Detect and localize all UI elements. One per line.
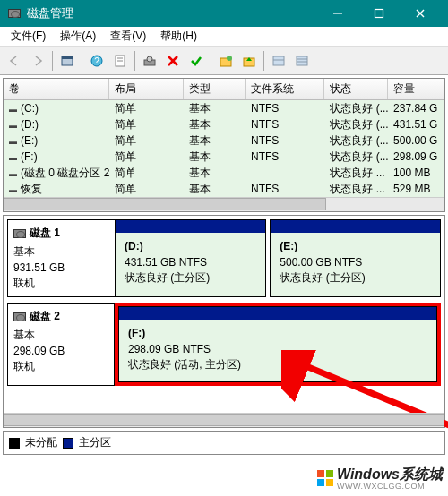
properties-icon[interactable]	[109, 50, 131, 72]
table-row[interactable]: ▬恢复简单基本NTFS状态良好 ...529 MB	[4, 181, 444, 197]
svg-rect-25	[326, 470, 333, 477]
list-view-icon[interactable]	[268, 50, 289, 72]
col-status[interactable]: 状态	[324, 79, 388, 99]
disk-icon	[13, 229, 26, 238]
volume-list: 卷 布局 类型 文件系统 状态 容量 ▬(C:)简单基本NTFS状态良好 (..…	[3, 78, 445, 212]
svg-rect-1	[375, 10, 383, 18]
watermark-url: WWW.WXCLGG.COM	[337, 482, 443, 491]
watermark-text: Windows系统城	[337, 466, 443, 482]
svg-point-16	[227, 56, 232, 61]
title-bar: 磁盘管理	[0, 0, 448, 27]
column-headers: 卷 布局 类型 文件系统 状态 容量	[4, 79, 444, 100]
table-row[interactable]: ▬(F:)简单基本NTFS状态良好 (...298.09 G	[4, 149, 444, 165]
disk-1-state: 联机	[13, 276, 109, 291]
disk-2-size: 298.09 GB	[13, 345, 108, 357]
svg-rect-26	[317, 479, 324, 486]
partition-f-status: 状态良好 (活动, 主分区)	[128, 357, 427, 372]
delete-icon[interactable]	[162, 50, 184, 72]
partition-f-letter: (F:)	[128, 327, 427, 339]
disk-2-basic: 基本	[13, 328, 108, 343]
disk-icon	[13, 312, 26, 321]
folder-new-icon[interactable]	[215, 50, 237, 72]
col-capacity[interactable]: 容量	[388, 79, 444, 99]
svg-rect-5	[62, 56, 73, 59]
settings-icon[interactable]	[139, 50, 160, 72]
col-type[interactable]: 类型	[184, 79, 246, 99]
toolbar: ?	[0, 47, 448, 75]
window-title: 磁盘管理	[27, 5, 317, 21]
partition-d-status: 状态良好 (主分区)	[125, 270, 256, 286]
svg-rect-27	[326, 479, 333, 486]
disk-1-basic: 基本	[13, 244, 109, 260]
back-icon	[4, 50, 25, 72]
partition-e-status: 状态良好 (主分区)	[280, 270, 431, 286]
menu-help[interactable]: 帮助(H)	[153, 27, 204, 46]
disk-2-row: 磁盘 2 基本 298.09 GB 联机 (F:) 298.09 GB NTFS…	[7, 303, 441, 386]
legend: 未分配 主分区	[3, 431, 445, 455]
console-icon[interactable]	[56, 50, 78, 72]
svg-rect-18	[273, 56, 284, 65]
disk-2-name: 磁盘 2	[30, 309, 60, 324]
svg-point-12	[147, 56, 152, 62]
highlighted-partition-box: (F:) 298.09 GB NTFS 状态良好 (活动, 主分区)	[115, 303, 441, 386]
partition-f-size: 298.09 GB NTFS	[128, 343, 427, 355]
legend-unallocated-swatch	[9, 438, 20, 449]
svg-rect-20	[297, 56, 307, 65]
disk-1-info[interactable]: 磁盘 1 基本 931.51 GB 联机	[7, 219, 115, 297]
partition-e-size: 500.00 GB NTFS	[280, 256, 431, 269]
partition-e-letter: (E:)	[280, 240, 431, 252]
partition-f[interactable]: (F:) 298.09 GB NTFS 状态良好 (活动, 主分区)	[118, 306, 437, 382]
partition-d-size: 431.51 GB NTFS	[125, 256, 256, 269]
legend-primary-label: 主分区	[79, 435, 111, 450]
horizontal-scrollbar[interactable]	[4, 197, 444, 211]
col-layout[interactable]: 布局	[109, 79, 184, 99]
detail-view-icon[interactable]	[291, 50, 313, 72]
partition-e[interactable]: (E:) 500.00 GB NTFS 状态良好 (主分区)	[270, 219, 441, 297]
menu-action[interactable]: 操作(A)	[53, 27, 103, 46]
disk-graphical-view: 磁盘 1 基本 931.51 GB 联机 (D:) 431.51 GB NTFS…	[3, 215, 445, 428]
help-icon[interactable]: ?	[86, 50, 108, 72]
close-button[interactable]	[400, 0, 441, 27]
menu-bar: 文件(F) 操作(A) 查看(V) 帮助(H)	[0, 27, 448, 47]
svg-text:?: ?	[94, 56, 99, 66]
table-row[interactable]: ▬(C:)简单基本NTFS状态良好 (...237.84 G	[4, 100, 444, 116]
menu-file[interactable]: 文件(F)	[4, 27, 53, 46]
legend-primary-swatch	[63, 438, 73, 449]
disk-1-row: 磁盘 1 基本 931.51 GB 联机 (D:) 431.51 GB NTFS…	[7, 219, 441, 297]
graphical-scrollbar[interactable]	[4, 413, 444, 427]
disk-2-info[interactable]: 磁盘 2 基本 298.09 GB 联机	[7, 303, 115, 386]
svg-rect-24	[317, 470, 324, 477]
table-row[interactable]: ▬(磁盘 0 磁盘分区 2)简单基本状态良好 ...100 MB	[4, 165, 444, 181]
partition-d-letter: (D:)	[125, 240, 256, 252]
partition-d[interactable]: (D:) 431.51 GB NTFS 状态良好 (主分区)	[115, 219, 266, 297]
minimize-button[interactable]	[317, 0, 358, 27]
disk-2-state: 联机	[13, 359, 108, 374]
forward-icon	[27, 50, 48, 72]
windows-logo-icon	[317, 470, 333, 486]
legend-unallocated-label: 未分配	[25, 435, 57, 450]
app-icon	[7, 6, 22, 21]
col-volume[interactable]: 卷	[4, 79, 109, 99]
disk-1-size: 931.51 GB	[13, 261, 109, 274]
menu-view[interactable]: 查看(V)	[103, 27, 153, 46]
disk-1-name: 磁盘 1	[30, 226, 60, 241]
folder-up-icon[interactable]	[238, 50, 260, 72]
col-fs[interactable]: 文件系统	[246, 79, 324, 99]
table-row[interactable]: ▬(D:)简单基本NTFS状态良好 (...431.51 G	[4, 116, 444, 133]
check-icon[interactable]	[185, 50, 207, 72]
maximize-button[interactable]	[358, 0, 400, 27]
watermark: Windows系统城 WWW.WXCLGG.COM	[317, 466, 443, 491]
table-row[interactable]: ▬(E:)简单基本NTFS状态良好 (...500.00 G	[4, 133, 444, 149]
